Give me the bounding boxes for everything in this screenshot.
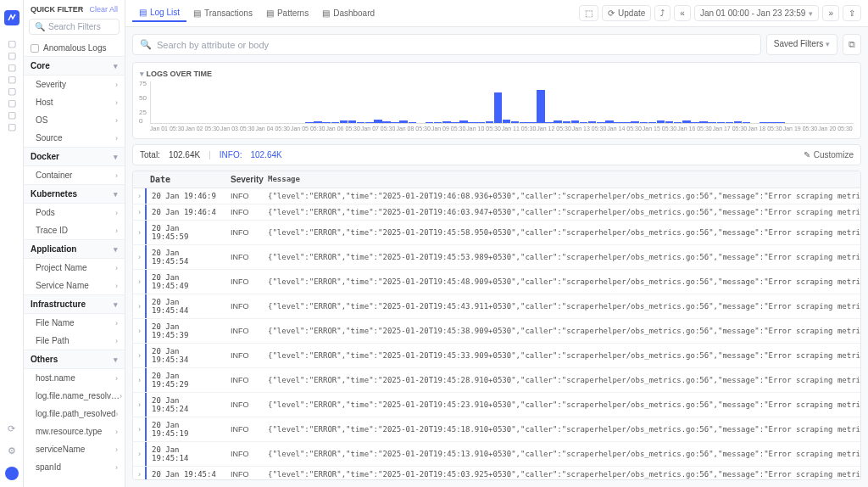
- home-icon[interactable]: ▢: [6, 37, 18, 49]
- chart-bar[interactable]: [365, 122, 374, 123]
- share-button[interactable]: ⤴: [654, 5, 670, 21]
- table-row[interactable]: ›20 Jan 19:45:59INFO{"level":"ERROR","ti…: [133, 221, 860, 245]
- chart-bar[interactable]: [426, 122, 434, 123]
- table-row[interactable]: ›20 Jan 19:45:39INFO{"level":"ERROR","ti…: [133, 319, 860, 344]
- chart-bar[interactable]: [563, 121, 571, 123]
- help-icon[interactable]: ⟳: [6, 423, 18, 434]
- group-others[interactable]: Others▾: [24, 350, 125, 369]
- table-row[interactable]: ›20 Jan 19:45:44INFO{"level":"ERROR","ti…: [133, 294, 860, 319]
- chart-bar[interactable]: [520, 122, 528, 123]
- chart-bar[interactable]: [391, 122, 399, 123]
- chart-bar[interactable]: [726, 122, 734, 123]
- chart-bar[interactable]: [588, 121, 597, 123]
- filter-item[interactable]: Service Name›: [24, 277, 125, 294]
- chart-bar[interactable]: [476, 122, 485, 123]
- table-row[interactable]: ›20 Jan 19:45:14INFO{"level":"ERROR","ti…: [133, 442, 860, 467]
- chart-bar[interactable]: [665, 121, 674, 123]
- cube-icon[interactable]: ▢: [6, 49, 18, 61]
- tab-transactions[interactable]: ▤Transactions: [186, 4, 259, 22]
- chart-bar[interactable]: [554, 120, 562, 123]
- chart-bar[interactable]: [537, 90, 545, 123]
- group-kubernetes[interactable]: Kubernetes▾: [24, 184, 125, 204]
- filter-item[interactable]: OS›: [24, 111, 125, 129]
- col-date[interactable]: Date: [145, 171, 225, 188]
- chart-bar[interactable]: [580, 122, 588, 123]
- chart-bar[interactable]: [486, 121, 494, 123]
- filter-item[interactable]: Host›: [24, 93, 125, 111]
- chart-bar[interactable]: [631, 121, 639, 123]
- tab-patterns[interactable]: ▤Patterns: [259, 4, 315, 22]
- chart-bar[interactable]: [382, 121, 391, 123]
- expand-icon[interactable]: ›: [133, 446, 145, 462]
- filter-item[interactable]: serviceName›: [24, 440, 125, 458]
- filter-item[interactable]: Pods›: [24, 204, 125, 221]
- logo-icon[interactable]: [4, 10, 19, 25]
- filter-item[interactable]: Source›: [24, 129, 125, 147]
- chart-bar[interactable]: [699, 121, 708, 123]
- chart-bar[interactable]: [357, 122, 365, 123]
- table-row[interactable]: ›20 Jan 19:45:34INFO{"level":"ERROR","ti…: [133, 344, 860, 368]
- chart-bar[interactable]: [734, 121, 743, 123]
- chart-bar[interactable]: [314, 121, 322, 123]
- chart-bar[interactable]: [640, 122, 648, 123]
- chart-bar[interactable]: [776, 122, 785, 123]
- chart-bar[interactable]: [571, 120, 580, 123]
- chart-bar[interactable]: [717, 122, 726, 123]
- saved-filters-button[interactable]: Saved Filters ▾: [766, 34, 837, 55]
- time-prev-button[interactable]: «: [674, 5, 691, 21]
- chart-bar[interactable]: [648, 122, 657, 123]
- filter-item[interactable]: Severity›: [24, 76, 125, 93]
- filter-item[interactable]: Container›: [24, 166, 125, 184]
- chart-bar[interactable]: [682, 120, 691, 123]
- expand-icon[interactable]: ›: [133, 249, 145, 265]
- filter-item[interactable]: Project Name›: [24, 259, 125, 277]
- chart-bar[interactable]: [331, 122, 340, 123]
- col-severity[interactable]: Severity: [225, 171, 263, 188]
- group-docker[interactable]: Docker▾: [24, 147, 125, 166]
- chart-bar[interactable]: [451, 122, 459, 123]
- chart-bar[interactable]: [340, 120, 348, 123]
- table-row[interactable]: ›20 Jan 19:45:19INFO{"level":"ERROR","ti…: [133, 417, 860, 442]
- chart-bar[interactable]: [657, 120, 665, 123]
- filter-item[interactable]: mw.resource.type›: [24, 423, 125, 440]
- time-range-picker[interactable]: Jan 01 00:00 - Jan 23 23:59▾: [694, 5, 820, 21]
- filter-search-input[interactable]: 🔍 Search Filters: [29, 19, 120, 35]
- chart-bar[interactable]: [760, 122, 768, 123]
- table-row[interactable]: ›20 Jan 19:45:24INFO{"level":"ERROR","ti…: [133, 393, 860, 417]
- customize-button[interactable]: ✎Customize: [804, 150, 854, 160]
- chart-bar[interactable]: [409, 122, 417, 123]
- filter-item[interactable]: host.name›: [24, 369, 125, 387]
- filter-item[interactable]: spanId›: [24, 458, 125, 476]
- search-input[interactable]: 🔍 Search by attribute or body: [132, 34, 761, 55]
- chart-bar[interactable]: [528, 122, 537, 123]
- tab-dashboard[interactable]: ▤Dashboard: [315, 4, 381, 22]
- chart-bar[interactable]: [691, 122, 699, 123]
- chart-bar[interactable]: [442, 121, 451, 123]
- avatar[interactable]: [5, 467, 19, 480]
- expand-icon[interactable]: ›: [133, 467, 145, 480]
- table-row[interactable]: ›20 Jan 19:45:49INFO{"level":"ERROR","ti…: [133, 270, 860, 294]
- expand-icon[interactable]: ›: [133, 422, 145, 437]
- chart-bar[interactable]: [374, 120, 382, 123]
- expand-icon[interactable]: ›: [133, 372, 145, 388]
- settings-icon[interactable]: ⚙: [6, 445, 18, 456]
- chart-bar[interactable]: [503, 120, 511, 123]
- group-infrastructure[interactable]: Infrastructure▾: [24, 294, 125, 314]
- filter-item[interactable]: Trace ID›: [24, 221, 125, 239]
- table-row[interactable]: ›20 Jan 19:46:4INFO{"level":"ERROR","tim…: [133, 204, 860, 221]
- chart-bar[interactable]: [305, 122, 314, 123]
- expand-icon[interactable]: ›: [133, 397, 145, 412]
- copy-query-button[interactable]: ⧉: [843, 34, 861, 55]
- time-next-button[interactable]: »: [822, 5, 839, 21]
- tab-log-list[interactable]: ▤Log List: [132, 4, 186, 22]
- chart-bar[interactable]: [494, 92, 503, 123]
- chart-bar[interactable]: [459, 120, 468, 123]
- expand-icon[interactable]: ›: [133, 299, 145, 314]
- chart-bar[interactable]: [399, 120, 408, 123]
- chart-bar[interactable]: [674, 122, 682, 123]
- chart-bar[interactable]: [768, 122, 776, 123]
- expand-icon[interactable]: ›: [133, 348, 145, 363]
- expand-icon[interactable]: ›: [133, 274, 145, 289]
- chart-bar[interactable]: [597, 122, 605, 123]
- expand-icon[interactable]: ›: [133, 323, 145, 339]
